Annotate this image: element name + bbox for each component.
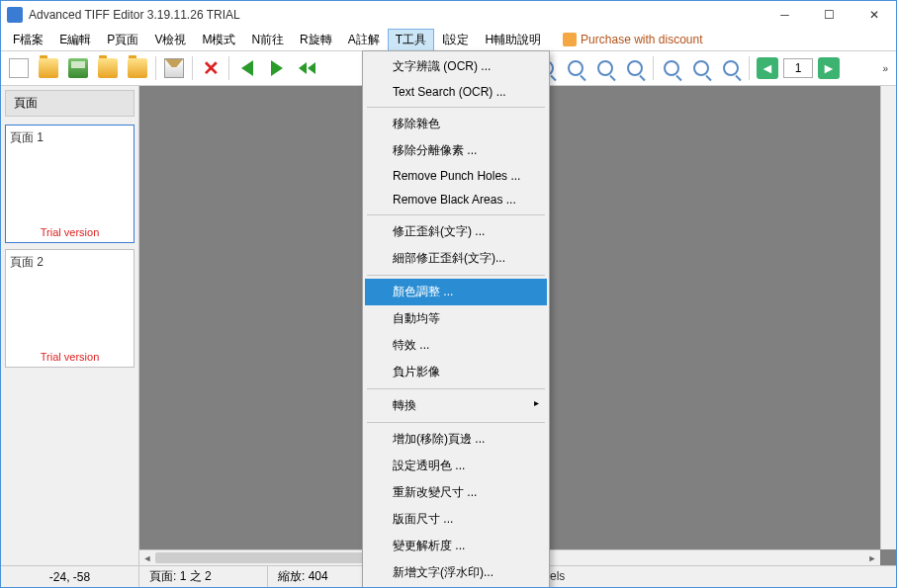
- menu-item-6[interactable]: Remove Black Areas ...: [365, 188, 547, 211]
- menu-item-3[interactable]: 移除雜色: [365, 111, 547, 137]
- thumb-label: 頁面 1: [10, 129, 130, 146]
- scroll-right-button[interactable]: ►: [864, 550, 880, 565]
- delete-button[interactable]: ✕: [197, 54, 224, 82]
- thumbnail-list: 頁面 1Trial version頁面 2Trial version: [1, 121, 138, 565]
- menu-item-21[interactable]: 版面尺寸 ...: [365, 506, 547, 533]
- magnify-icon: [723, 60, 739, 76]
- menu-item-12[interactable]: 自動均等: [365, 305, 547, 332]
- trial-label: Trial version: [6, 226, 134, 238]
- menu-item-9[interactable]: 細部修正歪斜(文字)...: [365, 245, 547, 272]
- menu-separator: [367, 388, 545, 389]
- thumb-label: 頁面 2: [10, 254, 130, 271]
- nav-right-icon: ►: [818, 57, 840, 79]
- menu-item-19[interactable]: 設定透明色 ...: [365, 453, 547, 479]
- x-icon: ✕: [203, 58, 220, 78]
- magnify-icon: [597, 60, 613, 76]
- next-button[interactable]: [263, 54, 291, 82]
- titlebar: Advanced TIFF Editor 3.19.11.26 TRIAL ─ …: [1, 1, 896, 29]
- export-button[interactable]: [124, 54, 151, 82]
- menu-separator: [367, 214, 545, 215]
- menu-3[interactable]: V檢視: [146, 29, 194, 51]
- menu-6[interactable]: R旋轉: [292, 29, 340, 51]
- zoom-2-button[interactable]: [562, 54, 589, 82]
- page-input[interactable]: [783, 58, 813, 78]
- menu-item-11[interactable]: 顏色調整 ...: [365, 279, 547, 305]
- menu-item-14[interactable]: 負片影像: [365, 359, 547, 385]
- menu-item-22[interactable]: 變更解析度 ...: [365, 533, 547, 559]
- open-button[interactable]: [35, 54, 62, 82]
- minimize-button[interactable]: ─: [762, 1, 807, 29]
- menu-item-8[interactable]: 修正歪斜(文字) ...: [365, 218, 547, 245]
- menu-item-13[interactable]: 特效 ...: [365, 332, 547, 359]
- new-button[interactable]: [5, 54, 33, 82]
- separator: [749, 56, 750, 80]
- menu-separator: [367, 422, 545, 423]
- prev-button[interactable]: [233, 54, 261, 82]
- status-pixels-fragment: els: [550, 569, 565, 583]
- menubar: F檔案E編輯P頁面V檢視M模式N前往R旋轉A註解T工具I設定H輔助說明Purch…: [1, 29, 896, 50]
- separator: [192, 56, 193, 80]
- sidebar: 頁面 頁面 1Trial version頁面 2Trial version: [1, 86, 139, 565]
- magnify-icon: [627, 60, 643, 76]
- menu-item-23[interactable]: 新增文字(浮水印)...: [365, 559, 547, 586]
- menu-5[interactable]: N前往: [243, 29, 292, 51]
- status-coords: -24, -58: [1, 566, 139, 587]
- nav-left-icon: ◄: [757, 57, 778, 79]
- zoom-7-button[interactable]: [717, 54, 745, 82]
- separator: [653, 56, 654, 80]
- menu-9[interactable]: I設定: [434, 29, 477, 51]
- menu-item-16[interactable]: 轉換: [365, 392, 547, 419]
- window-title: Advanced TIFF Editor 3.19.11.26 TRIAL: [29, 8, 762, 22]
- folder-open-button[interactable]: [94, 54, 122, 82]
- purchase-icon: [563, 33, 577, 46]
- magnify-icon: [664, 60, 679, 76]
- status-page: 頁面: 1 之 2: [139, 566, 268, 587]
- nav-next-button[interactable]: ►: [815, 54, 843, 82]
- menu-separator: [367, 107, 545, 108]
- menu-item-4[interactable]: 移除分離像素 ...: [365, 137, 547, 164]
- magnify-icon: [568, 60, 583, 76]
- menu-item-18[interactable]: 增加(移除)頁邊 ...: [365, 426, 547, 453]
- arrow-right-icon: [271, 60, 283, 76]
- menu-item-5[interactable]: Remove Punch Holes ...: [365, 164, 547, 188]
- zoom-4-button[interactable]: [621, 54, 649, 82]
- menu-4[interactable]: M模式: [194, 29, 243, 51]
- close-button[interactable]: ✕: [852, 1, 896, 29]
- menu-item-20[interactable]: 重新改變尺寸 ...: [365, 479, 547, 506]
- zoom-5-button[interactable]: [658, 54, 685, 82]
- scrollbar-vertical[interactable]: [880, 86, 896, 549]
- dbl-arrow-left-icon: [299, 62, 315, 74]
- tools-dropdown: 文字辨識 (OCR) ...Text Search (OCR) ...移除雜色移…: [362, 50, 550, 588]
- arrow-left-icon: [241, 60, 253, 76]
- menu-7[interactable]: A註解: [340, 29, 388, 51]
- menu-item-0[interactable]: 文字辨識 (OCR) ...: [365, 53, 547, 80]
- menu-2[interactable]: P頁面: [99, 29, 146, 51]
- zoom-6-button[interactable]: [687, 54, 715, 82]
- menu-separator: [367, 275, 545, 276]
- trial-label: Trial version: [6, 351, 134, 363]
- menu-0[interactable]: F檔案: [5, 29, 51, 51]
- separator: [228, 56, 229, 80]
- menu-item-1[interactable]: Text Search (OCR) ...: [365, 80, 547, 104]
- app-icon: [7, 7, 23, 23]
- thumbnail-1[interactable]: 頁面 2Trial version: [5, 249, 135, 368]
- menu-10[interactable]: H輔助說明: [477, 29, 549, 51]
- first-button[interactable]: [293, 54, 320, 82]
- mail-button[interactable]: [160, 54, 188, 82]
- sidebar-header: 頁面: [5, 90, 135, 117]
- zoom-3-button[interactable]: [591, 54, 619, 82]
- menu-1[interactable]: E編輯: [51, 29, 99, 51]
- maximize-button[interactable]: ☐: [807, 1, 852, 29]
- menu-8[interactable]: T工具: [388, 29, 434, 51]
- scroll-left-button[interactable]: ◄: [139, 550, 155, 565]
- nav-prev-button[interactable]: ◄: [754, 54, 781, 82]
- save-button[interactable]: [64, 54, 92, 82]
- magnify-icon: [693, 60, 709, 76]
- purchase-link[interactable]: Purchase with discount: [555, 30, 710, 49]
- thumbnail-0[interactable]: 頁面 1Trial version: [5, 125, 135, 243]
- toolbar-overflow[interactable]: »: [878, 63, 892, 74]
- separator: [155, 56, 156, 80]
